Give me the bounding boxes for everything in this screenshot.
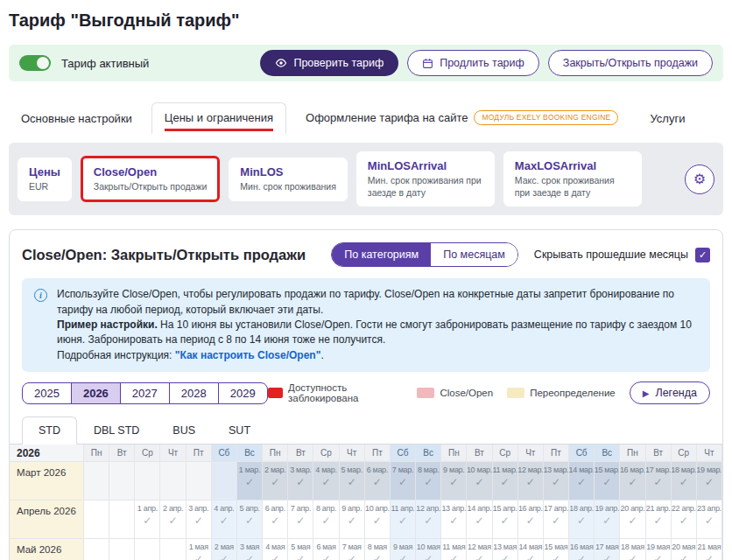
date-cell[interactable]: 1 мая✓: [187, 539, 212, 560]
date-cell[interactable]: 7 мар.✓: [391, 462, 416, 500]
date-cell[interactable]: 3 мая✓: [237, 539, 263, 560]
date-cell[interactable]: 7 апр.✓: [288, 500, 313, 539]
date-cell[interactable]: 6 мар.✓: [365, 462, 391, 500]
tariff-active-toggle[interactable]: [19, 55, 51, 71]
date-cell[interactable]: 15 апр.✓: [493, 500, 518, 539]
year-2029-button[interactable]: 2029: [218, 382, 268, 404]
year-2026-button[interactable]: 2026: [71, 382, 121, 404]
date-cell[interactable]: 9 мар.✓: [441, 462, 467, 500]
year-2025-button[interactable]: 2025: [22, 382, 72, 404]
tab-prices-restrictions[interactable]: Цены и ограничения: [151, 102, 286, 134]
category-tab-sut[interactable]: SUT: [212, 416, 267, 444]
date-cell[interactable]: 18 мая✓: [620, 539, 645, 560]
date-cell[interactable]: 11 мая✓: [441, 539, 467, 560]
date-cell[interactable]: 6 мая✓: [313, 539, 339, 560]
date-cell[interactable]: 5 апр.✓: [237, 500, 263, 539]
check-tariff-button[interactable]: Проверить тариф: [260, 50, 398, 76]
date-label: 17 апр.: [544, 504, 568, 513]
date-cell[interactable]: 14 апр.✓: [467, 500, 492, 539]
date-cell[interactable]: 3 мар.✓: [288, 462, 313, 500]
date-label: 16 мар.: [620, 466, 645, 474]
date-cell[interactable]: 2 мар.✓: [263, 462, 288, 500]
date-cell[interactable]: 20 мая✓: [672, 539, 697, 560]
date-cell[interactable]: 21 мая✓: [697, 539, 722, 560]
date-cell[interactable]: 20 апр.✓: [620, 500, 645, 539]
card-prices[interactable]: Цены EUR: [18, 158, 72, 201]
date-cell[interactable]: 12 мая✓: [467, 539, 492, 560]
close-open-sales-button[interactable]: Закрыть/Открыть продажи: [548, 50, 713, 76]
card-maxlosarrival[interactable]: MaxLOSArrival Макс. срок проживания при …: [503, 151, 642, 206]
date-cell[interactable]: 22 апр.✓: [672, 500, 697, 539]
settings-gear-button[interactable]: ⚙: [685, 164, 714, 194]
date-cell[interactable]: 8 мар.✓: [416, 462, 441, 500]
date-cell[interactable]: 23 апр.✓: [697, 500, 722, 539]
hide-past-months-checkbox[interactable]: ✓: [695, 248, 710, 262]
date-cell[interactable]: 9 апр.✓: [340, 500, 365, 539]
year-2028-button[interactable]: 2028: [169, 382, 219, 404]
date-cell[interactable]: 8 апр.✓: [313, 500, 339, 539]
legend-button[interactable]: ▶ Легенда: [630, 382, 710, 404]
extend-tariff-button[interactable]: Продлить тариф: [407, 50, 539, 76]
date-cell[interactable]: 1 мар.✓: [237, 462, 263, 500]
view-by-categories[interactable]: По категориям: [332, 243, 431, 266]
date-cell[interactable]: 10 апр.✓: [365, 500, 391, 539]
date-cell[interactable]: 19 апр.✓: [595, 500, 620, 539]
check-icon: ✓: [475, 477, 483, 487]
hide-past-months-control[interactable]: Скрывать прошедшие месяцы ✓: [534, 248, 710, 262]
date-cell[interactable]: 12 апр.✓: [416, 500, 441, 539]
tab-services[interactable]: Услуги: [637, 104, 697, 134]
date-cell[interactable]: 13 мар.✓: [544, 462, 569, 500]
date-cell[interactable]: 10 мар.✓: [467, 462, 492, 500]
date-cell[interactable]: 21 апр.✓: [646, 500, 672, 539]
date-cell[interactable]: 12 мар.✓: [518, 462, 544, 500]
date-cell[interactable]: 18 мар.✓: [672, 462, 697, 500]
date-cell[interactable]: 6 апр.✓: [263, 500, 288, 539]
tab-site-presentation[interactable]: Оформление тарифа на сайтеМОДУЛЬ EXELY B…: [293, 102, 630, 134]
date-cell[interactable]: 14 мар.✓: [569, 462, 595, 500]
date-cell[interactable]: 17 мая✓: [595, 539, 620, 560]
date-cell[interactable]: 13 апр.✓: [441, 500, 467, 539]
date-cell[interactable]: 16 мая✓: [569, 539, 595, 560]
date-cell[interactable]: 10 мая✓: [416, 539, 441, 560]
date-cell[interactable]: 3 апр.✓: [187, 500, 212, 539]
date-cell[interactable]: 8 мая✓: [365, 539, 391, 560]
date-cell[interactable]: 2 мая✓: [212, 539, 237, 560]
date-cell[interactable]: 14 мая✓: [518, 539, 544, 560]
check-icon: ✓: [654, 477, 663, 487]
category-tab-bus[interactable]: BUS: [156, 416, 212, 444]
check-icon: ✓: [628, 554, 637, 560]
date-cell[interactable]: 18 апр.✓: [569, 500, 595, 539]
date-cell[interactable]: 4 апр.✓: [212, 500, 237, 539]
date-cell[interactable]: 15 мар.✓: [595, 462, 620, 500]
date-cell[interactable]: 19 мар.✓: [697, 462, 722, 500]
howto-closeopen-link[interactable]: "Как настроить Close/Open": [175, 349, 321, 361]
date-cell[interactable]: 16 апр.✓: [518, 500, 544, 539]
date-cell[interactable]: 7 мая✓: [340, 539, 365, 560]
view-by-months[interactable]: По месяцам: [431, 243, 517, 266]
date-cell[interactable]: 16 мар.✓: [620, 462, 645, 500]
date-cell[interactable]: 11 апр.✓: [391, 500, 416, 539]
date-label: 1 мая: [189, 542, 208, 551]
category-tab-dbl-std[interactable]: DBL STD: [77, 416, 156, 444]
weekday-header-cell: Пн: [620, 444, 645, 462]
date-cell[interactable]: 4 мар.✓: [313, 462, 339, 500]
year-2027-button[interactable]: 2027: [120, 382, 170, 404]
date-cell[interactable]: 4 мая✓: [263, 539, 288, 560]
date-cell[interactable]: 5 мая✓: [288, 539, 313, 560]
date-cell[interactable]: 1 апр.✓: [135, 500, 160, 539]
tab-main-settings-label: Основные настройки: [21, 112, 132, 125]
date-cell[interactable]: 11 мар.✓: [493, 462, 518, 500]
tab-main-settings[interactable]: Основные настройки: [9, 104, 144, 134]
date-cell[interactable]: 2 апр.✓: [160, 500, 186, 539]
date-cell[interactable]: 15 мая✓: [544, 539, 569, 560]
card-close-open[interactable]: Close/Open Закрыть/Открыть продажи: [81, 156, 221, 203]
card-minlos[interactable]: MinLOS Мин. срок проживания: [229, 158, 347, 201]
date-cell[interactable]: 17 апр.✓: [544, 500, 569, 539]
date-cell[interactable]: 13 мая✓: [493, 539, 518, 560]
category-tab-std[interactable]: STD: [22, 416, 77, 444]
date-cell[interactable]: 5 мар.✓: [340, 462, 365, 500]
date-cell[interactable]: 19 мая✓: [646, 539, 672, 560]
card-minlosarrival[interactable]: MinLOSArrival Мин. срок проживания при з…: [356, 151, 495, 206]
date-cell[interactable]: 9 мая✓: [391, 539, 416, 560]
date-cell[interactable]: 17 мар.✓: [646, 462, 672, 500]
